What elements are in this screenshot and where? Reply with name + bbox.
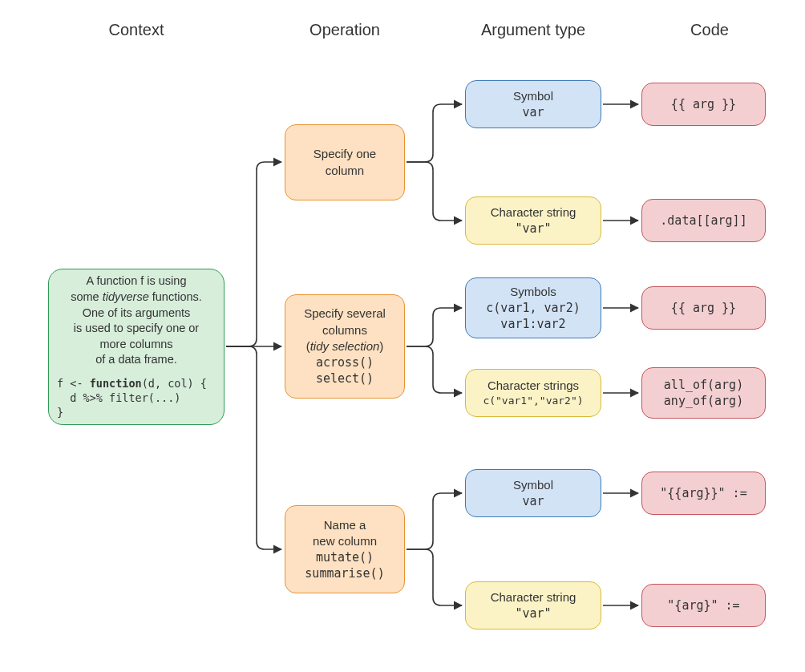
code-3: {{ arg }} <box>641 286 766 330</box>
arg4-code: c("var1","var2") <box>483 394 583 408</box>
arg6-title: Character string <box>491 589 576 605</box>
arg5-code: var <box>522 493 544 509</box>
arg2-code: "var" <box>515 221 551 237</box>
op-one-l2: column <box>326 163 364 179</box>
code5-text: "{{arg}}" := <box>660 485 746 501</box>
header-operation: Operation <box>277 21 413 39</box>
arg-charstrs: Character strings c("var1","var2") <box>465 369 601 417</box>
code-5: "{{arg}}" := <box>641 472 766 515</box>
arg-symbols: Symbols c(var1, var2) var1:var2 <box>465 277 601 338</box>
arg4-title: Character strings <box>487 378 579 394</box>
header-code: Code <box>649 21 770 39</box>
context-code: f <- function(d, col) { d %>% filter(...… <box>57 376 216 420</box>
op-sev-l2: columns <box>322 322 367 338</box>
op-specify-one: Specify one column <box>285 124 405 200</box>
code2-text: .data[[arg]] <box>660 213 746 229</box>
header-argtype: Argument type <box>457 21 609 39</box>
header-context: Context <box>48 21 225 39</box>
op-sev-l1: Specify several <box>304 306 386 322</box>
arg1-title: Symbol <box>513 88 553 104</box>
arg1-code: var <box>522 104 544 120</box>
op-sev-l4: across() <box>316 354 374 370</box>
context-text: A function f is using some tidyverse fun… <box>71 273 202 367</box>
op-name-l4: summarise() <box>305 565 384 581</box>
op-sev-l3: (tidy selection) <box>306 338 384 354</box>
op-name-l2: new column <box>313 533 377 549</box>
code1-text: {{ arg }} <box>671 96 736 112</box>
op-name-l1: Name a <box>324 517 366 533</box>
code-4: all_of(arg) any_of(arg) <box>641 367 766 419</box>
arg3-code2: var1:var2 <box>500 316 565 332</box>
context-box: A function f is using some tidyverse fun… <box>48 269 225 425</box>
arg-symbol-2: Symbol var <box>465 469 601 517</box>
arg-charstr-1: Character string "var" <box>465 196 601 245</box>
arg2-title: Character string <box>491 204 576 221</box>
code-6: "{arg}" := <box>641 584 766 627</box>
code-1: {{ arg }} <box>641 83 766 126</box>
code3-text: {{ arg }} <box>671 300 736 316</box>
op-specify-several: Specify several columns (tidy selection)… <box>285 294 405 399</box>
op-sev-l5: select() <box>316 370 374 387</box>
op-one-l1: Specify one <box>314 146 376 162</box>
code6-text: "{arg}" := <box>667 597 739 613</box>
arg-symbol-1: Symbol var <box>465 80 601 128</box>
arg5-title: Symbol <box>513 477 553 493</box>
op-name-l3: mutate() <box>316 549 374 565</box>
op-name-new: Name a new column mutate() summarise() <box>285 505 405 593</box>
arg3-code1: c(var1, var2) <box>486 300 580 316</box>
code-2: .data[[arg]] <box>641 199 766 242</box>
arg6-code: "var" <box>515 605 551 621</box>
arg-charstr-2: Character string "var" <box>465 581 601 629</box>
code4b-text: any_of(arg) <box>664 393 743 409</box>
arg3-title: Symbols <box>510 284 556 300</box>
code4a-text: all_of(arg) <box>664 377 743 393</box>
